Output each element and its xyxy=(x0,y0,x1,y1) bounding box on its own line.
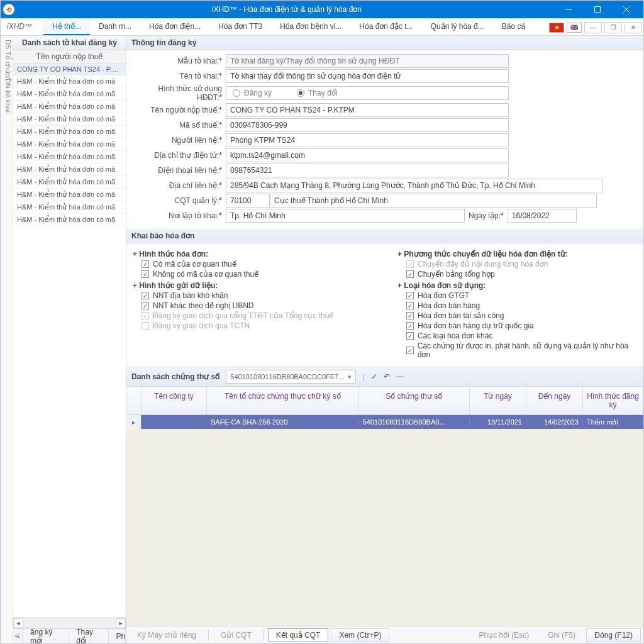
sidebar-item[interactable]: H&M - Kiểm thử hóa đơn có mã xyxy=(13,164,126,176)
radio-thay-doi[interactable]: Thay đổi xyxy=(297,89,337,97)
menu-item-bao-cao[interactable]: Báo cá xyxy=(493,19,534,35)
sidebar-list[interactable]: CONG TY CO PHAN TS24 - P.KTPMH&M - Kiểm … xyxy=(13,64,126,617)
input-cqt-code[interactable]: 70100 xyxy=(226,194,270,208)
btn-ghi[interactable]: Ghi (F5) xyxy=(540,628,584,642)
chk-hd-tai-san-cong[interactable]: ✓Hóa đơn bán tài sản công xyxy=(406,311,637,320)
input-email[interactable]: ktpm.ts24@gmail.com xyxy=(226,148,509,162)
label-ngay-lap: Ngày lập: xyxy=(465,211,508,220)
menu-bar: iXHD™ Hệ thố... Danh m... Hóa đơn điện..… xyxy=(1,18,643,36)
window-close-button[interactable] xyxy=(612,1,641,18)
input-mau-to-khai[interactable]: Tờ khai đăng ký/Thay đổi thông tin sử dụ… xyxy=(226,54,509,68)
input-phone[interactable]: 0987654321 xyxy=(226,164,509,177)
tab-phu[interactable]: Phụ xyxy=(109,629,126,643)
tab-scroll-left[interactable]: ⮘ xyxy=(13,629,23,643)
input-ten-to-khai[interactable]: Tờ khai thay đổi thông tin sử dụng hóa đ… xyxy=(226,69,509,83)
mdi-close-button[interactable]: ✕ xyxy=(625,22,642,33)
chk-co-ma-cqt[interactable]: ✓Có mã của cơ quan thuế xyxy=(142,260,372,269)
form-thong-tin: Mẫu tờ khai:Tờ khai đăng ký/Thay đổi thô… xyxy=(126,50,643,229)
chk-khong-co-ma[interactable]: ✓Không có mã của cơ quan thuế xyxy=(142,270,372,279)
scroll-track[interactable] xyxy=(23,618,116,628)
grid-col-hinhthuc[interactable]: Hình thức đăng ký xyxy=(583,387,643,414)
sidebar-item[interactable]: H&M - Kiểm thử hóa đơn có mã xyxy=(13,201,126,214)
sidebar-item[interactable]: H&M - Kiểm thử hóa đơn có mã xyxy=(13,75,126,88)
input-ngay-lap[interactable]: 16/08/2022 xyxy=(508,209,577,223)
scroll-left-icon[interactable]: ◄ xyxy=(13,618,23,628)
menu-item-hoa-don-dac-thu[interactable]: Hóa đơn đặc t... xyxy=(350,19,421,35)
menu-item-danh-muc[interactable]: Danh m... xyxy=(90,19,140,35)
sep-icon: | xyxy=(362,372,364,381)
window-max-button[interactable] xyxy=(583,1,612,18)
cell-denngay: 14/02/2023 xyxy=(526,418,583,426)
grid-col-tencongty[interactable]: Tên công ty xyxy=(142,387,207,414)
chk-chuyen-bang-tong-hop[interactable]: ✓Chuyển bảng tổng hợp xyxy=(406,270,637,279)
cell-sochungthu: 540101080116DB80BA0... xyxy=(359,418,470,426)
input-nguoi-lien-he[interactable]: Phòng KTPM TS24 xyxy=(226,133,509,147)
menu-item-hoa-don-benh-vien[interactable]: Hóa đơn bệnh vi... xyxy=(271,19,350,35)
chk-hd-ban-hang[interactable]: ✓Hóa đơn bán hàng xyxy=(406,301,637,310)
btn-ket-qua-cqt[interactable]: Kết quả CQT xyxy=(268,628,329,642)
group-loai-hoa-don: Loại hóa đơn sử dụng: xyxy=(397,281,637,290)
input-noi-lap[interactable]: Tp. Hồ Chí Minh xyxy=(226,209,465,223)
sidebar-item[interactable]: H&M - Kiểm thử hóa đơn có mã xyxy=(13,113,126,126)
chk-nnt-kho-khan[interactable]: ✓NNT địa bàn khó khăn xyxy=(142,291,372,300)
menu-item-hoa-don-tt3[interactable]: Hóa đơn TT3 xyxy=(209,19,271,35)
sidebar-item[interactable]: H&M - Kiểm thử hóa đơn có mã xyxy=(13,88,126,101)
input-ten-nguoi-nop[interactable]: CONG TY CO PHAN TS24 - P.KTPM xyxy=(226,103,509,117)
chk-hd-khac[interactable]: ✓Các loại hóa đơn khác xyxy=(406,331,637,340)
sidebar-item[interactable]: H&M - Kiểm thử hóa đơn có mã xyxy=(13,189,126,201)
flag-en-icon[interactable]: 🇬🇧 xyxy=(567,23,582,33)
chk-hd-gtgt[interactable]: ✓Hóa đơn GTGT xyxy=(406,291,637,300)
btn-ky-may-chu[interactable]: Ký Máy chủ riêng xyxy=(129,628,204,642)
chk-nnt-ubnd[interactable]: ✓NNT khác theo đề nghị UBND xyxy=(142,301,372,310)
grid-empty-area xyxy=(126,429,643,626)
radio-icon xyxy=(297,89,304,97)
sidebar-item[interactable]: H&M - Kiểm thử hóa đơn có mã xyxy=(13,138,126,151)
status-bar: Ký Máy chủ riêng Gửi CQT Kết quả CQT Xem… xyxy=(126,626,643,643)
sidebar-item[interactable]: CONG TY CO PHAN TS24 - P.KTPM xyxy=(13,64,126,75)
scroll-right-icon[interactable]: ► xyxy=(116,618,126,628)
mdi-min-button[interactable]: — xyxy=(584,22,602,33)
cert-dropdown[interactable]: 540101080116DB80BA0CDC0FE7...▾ xyxy=(226,370,356,384)
chk-hd-du-tru[interactable]: ✓Hóa đơn bán hàng dự trữ quốc gia xyxy=(406,321,637,330)
btn-phuc-hoi[interactable]: Phục hồi (Esc) xyxy=(471,628,538,642)
toolbar-right: ★ 🇬🇧 — ❐ ✕ xyxy=(549,19,642,35)
menu-item-he-thong[interactable]: Hệ thố... xyxy=(43,19,90,35)
menu-item-hoa-don-dien[interactable]: Hóa đơn điện... xyxy=(140,19,209,35)
cert-check-icon[interactable]: ✓ xyxy=(371,372,377,381)
btn-dong[interactable]: Đóng (F12) xyxy=(586,628,641,642)
radio-dang-ky[interactable]: Đăng ký xyxy=(233,89,272,97)
window-min-button[interactable] xyxy=(554,1,583,18)
chk-chuyen-day-du: ✓Chuyển đầy đủ nội dung từng hóa đơn xyxy=(406,260,637,269)
sidebar-item[interactable]: H&M - Kiểm thử hóa đơn có mã xyxy=(13,176,126,189)
tab-thay-doi[interactable]: Thay đổi xyxy=(69,629,108,643)
svg-rect-1 xyxy=(595,7,601,13)
flag-vn-icon[interactable]: ★ xyxy=(549,23,564,33)
grid-col-sochungthu[interactable]: Số chứng thư số xyxy=(359,387,470,414)
input-dia-chi[interactable]: 285/94B Cách Mạng Tháng 8, Phường Long P… xyxy=(226,179,603,192)
sidebar-hscroll[interactable]: ◄ ► xyxy=(13,617,126,628)
btn-xem[interactable]: Xem (Ctr+P) xyxy=(331,628,389,642)
label-email: Địa chỉ thư điện tử: xyxy=(131,151,226,160)
grid-col-denngay[interactable]: Đến ngày xyxy=(526,387,583,414)
input-ma-so-thue[interactable]: 0309478306-999 xyxy=(226,118,509,132)
grid-row-selected[interactable]: ▸ SAFE-CA SHA-256 2020 540101080116DB80B… xyxy=(126,415,643,429)
grid-col-tungay[interactable]: Từ ngày xyxy=(470,387,526,414)
label-ten-to-khai: Tên tờ khai: xyxy=(131,72,226,80)
sidebar-item[interactable]: H&M - Kiểm thử hóa đơn có mã xyxy=(13,151,126,164)
side-tab-vertical[interactable]: DS Tổ chức/DN kê khai xyxy=(1,36,13,643)
menu-item-quan-ly[interactable]: Quản lý hóa đ... xyxy=(422,19,493,35)
grid-col-tentochuc[interactable]: Tên tổ chức chứng thực chữ ký số xyxy=(207,387,359,414)
sidebar-item[interactable]: H&M - Kiểm thử hóa đơn có mã xyxy=(13,126,126,138)
sidebar-item[interactable]: H&M - Kiểm thử hóa đơn có mã xyxy=(13,214,126,226)
cert-more-icon[interactable]: ⋯ xyxy=(396,372,404,381)
label-mau-to-khai: Mẫu tờ khai: xyxy=(131,57,226,65)
sidebar-column-header[interactable]: Tên người nộp thuế xyxy=(13,50,126,64)
tab-dang-ky-moi[interactable]: ăng ký mới xyxy=(23,629,69,643)
cert-undo-icon[interactable]: ↶ xyxy=(384,372,390,381)
input-cqt-name[interactable]: Cục thuế Thành phố Hồ Chí Minh xyxy=(270,194,597,208)
mdi-restore-button[interactable]: ❐ xyxy=(604,22,622,33)
grid-col-rowheader[interactable] xyxy=(126,387,142,414)
btn-gui-cqt[interactable]: Gửi CQT xyxy=(213,628,260,642)
chk-chung-tu[interactable]: ✓Các chứng từ được in, phát hành, sử dụn… xyxy=(406,341,637,359)
sidebar-item[interactable]: H&M - Kiểm thử hóa đơn có mã xyxy=(13,101,126,113)
